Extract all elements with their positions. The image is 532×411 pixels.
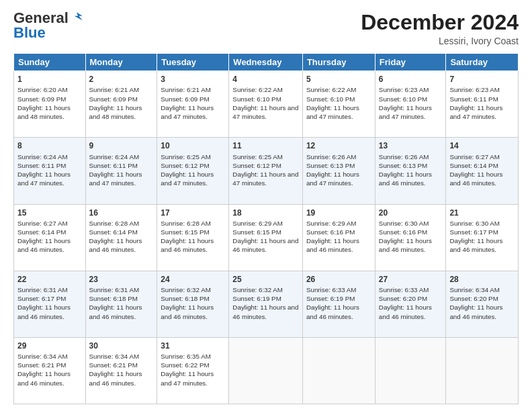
- logo-general: General: [13, 11, 69, 26]
- calendar-table: SundayMondayTuesdayWednesdayThursdayFrid…: [13, 53, 519, 404]
- calendar-week-row: 15Sunrise: 6:27 AM Sunset: 6:14 PM Dayli…: [14, 204, 519, 271]
- calendar-cell: 11Sunrise: 6:25 AM Sunset: 6:12 PM Dayli…: [229, 138, 303, 204]
- calendar-week-row: 29Sunrise: 6:34 AM Sunset: 6:21 PM Dayli…: [14, 337, 519, 404]
- calendar-cell: 30Sunrise: 6:34 AM Sunset: 6:21 PM Dayli…: [85, 337, 157, 404]
- day-number: 24: [161, 274, 225, 285]
- day-info: Sunrise: 6:34 AM Sunset: 6:21 PM Dayligh…: [89, 352, 154, 387]
- day-number: 29: [17, 340, 82, 351]
- day-info: Sunrise: 6:30 AM Sunset: 6:17 PM Dayligh…: [449, 219, 515, 255]
- calendar-cell: 16Sunrise: 6:28 AM Sunset: 6:14 PM Dayli…: [85, 204, 157, 271]
- day-info: Sunrise: 6:34 AM Sunset: 6:21 PM Dayligh…: [17, 352, 82, 387]
- day-info: Sunrise: 6:21 AM Sunset: 6:09 PM Dayligh…: [89, 85, 154, 121]
- day-number: 5: [306, 74, 371, 85]
- day-of-week-header: Friday: [375, 54, 446, 71]
- day-info: Sunrise: 6:24 AM Sunset: 6:11 PM Dayligh…: [17, 152, 82, 188]
- calendar-cell: [375, 337, 446, 404]
- day-info: Sunrise: 6:33 AM Sunset: 6:19 PM Dayligh…: [306, 285, 371, 321]
- day-number: 8: [17, 140, 82, 151]
- day-info: Sunrise: 6:24 AM Sunset: 6:11 PM Dayligh…: [89, 152, 154, 188]
- day-number: 25: [232, 274, 299, 285]
- day-of-week-header: Wednesday: [229, 54, 303, 71]
- calendar-body: 1Sunrise: 6:20 AM Sunset: 6:09 PM Daylig…: [14, 71, 519, 404]
- calendar-cell: 29Sunrise: 6:34 AM Sunset: 6:21 PM Dayli…: [14, 337, 86, 404]
- day-info: Sunrise: 6:31 AM Sunset: 6:18 PM Dayligh…: [89, 285, 154, 321]
- logo-bird-icon: [70, 10, 83, 24]
- logo: General Blue: [13, 11, 83, 40]
- logo-text: General: [13, 11, 83, 26]
- calendar-cell: [229, 337, 303, 404]
- calendar-cell: 31Sunrise: 6:35 AM Sunset: 6:22 PM Dayli…: [157, 337, 229, 404]
- day-number: 7: [449, 74, 515, 85]
- page: General Blue December 2024 Lessiri, Ivor…: [0, 0, 532, 411]
- calendar-cell: 7Sunrise: 6:23 AM Sunset: 6:11 PM Daylig…: [446, 71, 519, 138]
- day-info: Sunrise: 6:29 AM Sunset: 6:16 PM Dayligh…: [306, 219, 371, 255]
- day-info: Sunrise: 6:35 AM Sunset: 6:22 PM Dayligh…: [161, 352, 225, 387]
- day-info: Sunrise: 6:23 AM Sunset: 6:11 PM Dayligh…: [449, 85, 515, 121]
- calendar-cell: 1Sunrise: 6:20 AM Sunset: 6:09 PM Daylig…: [14, 71, 86, 138]
- day-info: Sunrise: 6:22 AM Sunset: 6:10 PM Dayligh…: [232, 85, 299, 121]
- day-info: Sunrise: 6:27 AM Sunset: 6:14 PM Dayligh…: [449, 152, 515, 188]
- month-title: December 2024: [361, 11, 519, 34]
- calendar-cell: 5Sunrise: 6:22 AM Sunset: 6:10 PM Daylig…: [302, 71, 375, 138]
- calendar-cell: 13Sunrise: 6:26 AM Sunset: 6:13 PM Dayli…: [375, 138, 446, 204]
- day-info: Sunrise: 6:27 AM Sunset: 6:14 PM Dayligh…: [17, 219, 82, 255]
- calendar-cell: 2Sunrise: 6:21 AM Sunset: 6:09 PM Daylig…: [85, 71, 157, 138]
- day-info: Sunrise: 6:32 AM Sunset: 6:19 PM Dayligh…: [232, 285, 299, 321]
- calendar-cell: 12Sunrise: 6:26 AM Sunset: 6:13 PM Dayli…: [302, 138, 375, 204]
- day-info: Sunrise: 6:21 AM Sunset: 6:09 PM Dayligh…: [161, 85, 225, 121]
- day-number: 30: [89, 340, 154, 351]
- calendar-week-row: 1Sunrise: 6:20 AM Sunset: 6:09 PM Daylig…: [14, 71, 519, 138]
- day-of-week-header: Monday: [85, 54, 157, 71]
- calendar-week-row: 22Sunrise: 6:31 AM Sunset: 6:17 PM Dayli…: [14, 271, 519, 337]
- day-of-week-header: Sunday: [14, 54, 86, 71]
- day-info: Sunrise: 6:29 AM Sunset: 6:15 PM Dayligh…: [232, 219, 299, 255]
- calendar-cell: 26Sunrise: 6:33 AM Sunset: 6:19 PM Dayli…: [302, 271, 375, 337]
- day-info: Sunrise: 6:30 AM Sunset: 6:16 PM Dayligh…: [379, 219, 443, 255]
- day-of-week-header: Saturday: [446, 54, 519, 71]
- day-number: 4: [232, 74, 299, 85]
- day-info: Sunrise: 6:31 AM Sunset: 6:17 PM Dayligh…: [17, 285, 82, 321]
- title-block: December 2024 Lessiri, Ivory Coast: [361, 11, 519, 46]
- day-info: Sunrise: 6:25 AM Sunset: 6:12 PM Dayligh…: [232, 152, 299, 188]
- header: General Blue December 2024 Lessiri, Ivor…: [13, 11, 519, 46]
- day-number: 21: [449, 208, 515, 218]
- day-info: Sunrise: 6:20 AM Sunset: 6:09 PM Dayligh…: [17, 85, 82, 121]
- day-info: Sunrise: 6:33 AM Sunset: 6:20 PM Dayligh…: [379, 285, 443, 321]
- calendar-cell: 9Sunrise: 6:24 AM Sunset: 6:11 PM Daylig…: [85, 138, 157, 204]
- calendar-cell: 8Sunrise: 6:24 AM Sunset: 6:11 PM Daylig…: [14, 138, 86, 204]
- day-number: 16: [89, 208, 154, 218]
- day-number: 19: [306, 208, 371, 218]
- calendar-cell: 28Sunrise: 6:34 AM Sunset: 6:20 PM Dayli…: [446, 271, 519, 337]
- day-info: Sunrise: 6:28 AM Sunset: 6:14 PM Dayligh…: [89, 219, 154, 255]
- day-number: 15: [17, 208, 82, 218]
- day-number: 11: [232, 140, 299, 151]
- day-number: 18: [232, 208, 299, 218]
- calendar-cell: 23Sunrise: 6:31 AM Sunset: 6:18 PM Dayli…: [85, 271, 157, 337]
- calendar-cell: 14Sunrise: 6:27 AM Sunset: 6:14 PM Dayli…: [446, 138, 519, 204]
- day-number: 14: [449, 140, 515, 151]
- day-number: 27: [379, 274, 443, 285]
- calendar-cell: [302, 337, 375, 404]
- day-number: 12: [306, 140, 371, 151]
- day-info: Sunrise: 6:28 AM Sunset: 6:15 PM Dayligh…: [161, 219, 225, 255]
- calendar-cell: 18Sunrise: 6:29 AM Sunset: 6:15 PM Dayli…: [229, 204, 303, 271]
- day-number: 13: [379, 140, 443, 151]
- day-number: 3: [161, 74, 225, 85]
- day-number: 31: [161, 340, 225, 351]
- day-info: Sunrise: 6:26 AM Sunset: 6:13 PM Dayligh…: [306, 152, 371, 188]
- calendar-cell: 15Sunrise: 6:27 AM Sunset: 6:14 PM Dayli…: [14, 204, 86, 271]
- day-number: 2: [89, 74, 154, 85]
- calendar-cell: 17Sunrise: 6:28 AM Sunset: 6:15 PM Dayli…: [157, 204, 229, 271]
- location: Lessiri, Ivory Coast: [361, 36, 519, 46]
- calendar-cell: 27Sunrise: 6:33 AM Sunset: 6:20 PM Dayli…: [375, 271, 446, 337]
- day-number: 17: [161, 208, 225, 218]
- day-number: 6: [379, 74, 443, 85]
- calendar-cell: 24Sunrise: 6:32 AM Sunset: 6:18 PM Dayli…: [157, 271, 229, 337]
- calendar-week-row: 8Sunrise: 6:24 AM Sunset: 6:11 PM Daylig…: [14, 138, 519, 204]
- calendar-cell: 3Sunrise: 6:21 AM Sunset: 6:09 PM Daylig…: [157, 71, 229, 138]
- day-number: 23: [89, 274, 154, 285]
- day-number: 20: [379, 208, 443, 218]
- day-info: Sunrise: 6:34 AM Sunset: 6:20 PM Dayligh…: [449, 285, 515, 321]
- day-info: Sunrise: 6:22 AM Sunset: 6:10 PM Dayligh…: [306, 85, 371, 121]
- calendar-cell: 20Sunrise: 6:30 AM Sunset: 6:16 PM Dayli…: [375, 204, 446, 271]
